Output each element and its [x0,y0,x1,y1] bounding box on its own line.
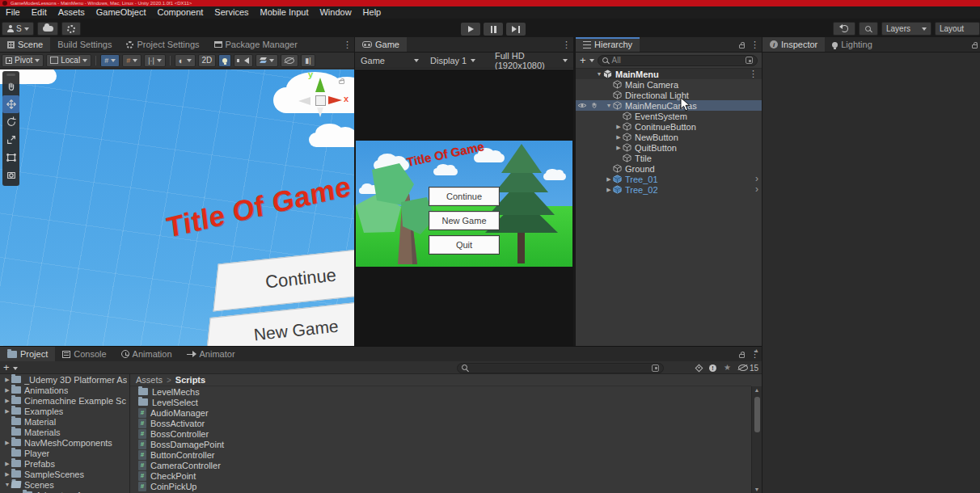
search-by-label-icon[interactable] [695,364,703,372]
shading-mode-dropdown[interactable]: ◐ [175,54,196,67]
project-folder-item[interactable]: ▶ Animations [0,385,129,395]
tab-project-settings[interactable]: Project Settings [119,37,206,52]
hierarchy-item[interactable]: Ttile [576,153,762,163]
grid-visibility-toggle[interactable]: # [122,54,142,67]
drag-handle[interactable] [2,71,19,78]
scale-tool-button[interactable] [2,131,19,149]
expander-icon[interactable]: ▶ [3,377,11,383]
hierarchy-item[interactable]: ▼ MainMenu ⋮ [576,69,762,79]
rotate-tool-button[interactable] [2,113,19,131]
tab-console[interactable]: Console [55,347,113,361]
menu-item[interactable]: Edit [26,6,53,19]
layers-dropdown[interactable]: Layers [881,22,931,36]
eye-icon[interactable] [577,101,587,111]
lock-icon[interactable] [739,354,745,358]
expander-icon[interactable]: ▶ [615,145,623,151]
expander-icon[interactable]: ▼ [605,103,613,108]
hierarchy-item[interactable]: ▶ Tree_01 › [576,174,762,184]
scroll-down-arrow[interactable]: ▼ [752,487,762,492]
tab-inspector[interactable]: i Inspector [762,37,825,52]
project-folder-item[interactable]: ▶ _Udemy 3D Platformer As [0,374,129,385]
row-visibility-toggles[interactable] [577,101,598,111]
create-asset-button[interactable]: + [3,362,10,373]
chevron-down-icon[interactable] [13,367,18,370]
tab-build-settings[interactable]: Build Settings [50,37,119,52]
hierarchy-item[interactable]: Ground [576,163,762,174]
expander-icon[interactable]: ▶ [605,187,613,193]
menu-item[interactable]: Component [151,6,209,19]
favorites-icon[interactable]: ★ [724,364,731,372]
hierarchy-search-input[interactable]: All [598,55,758,66]
hierarchy-item[interactable]: ▶ QuitButton [576,142,762,153]
project-file-item[interactable]: # BossController [130,428,751,439]
hierarchy-item[interactable]: Main Camera [576,79,762,90]
search-filter-icon[interactable] [746,57,753,64]
tab-package-manager[interactable]: Package Manager [207,37,305,52]
cloud-services-button[interactable] [37,22,58,36]
2d-toggle[interactable]: 2D [198,54,217,67]
project-file-item[interactable]: # CoinPickUp [130,481,751,491]
project-file-item[interactable]: # BossActivator [130,418,751,428]
expander-icon[interactable]: ▶ [605,176,613,183]
create-button[interactable]: + [580,55,586,65]
project-folder-item[interactable]: ▶ SampleScenes [0,469,129,479]
scene-lighting-toggle[interactable] [218,54,231,67]
game-menu-button[interactable]: Continue [429,187,500,206]
menu-item[interactable]: Mobile Input [255,6,315,19]
undo-history-button[interactable] [833,22,855,36]
pane-menu-icon[interactable]: ⋮ [750,40,759,49]
item-menu-icon[interactable]: ⋮ [749,69,758,79]
project-folder-item[interactable]: ▼ Scenes [0,479,129,490]
tab-lighting[interactable]: Lighting [825,37,880,52]
project-file-item[interactable]: # CameraController [130,460,751,470]
project-folder-item[interactable]: AdventureAve [0,490,129,493]
project-folder-item[interactable]: Player [0,448,129,458]
project-file-item[interactable]: # ButtonController [130,449,751,460]
pane-menu-icon[interactable]: ⋮ [343,40,352,49]
expander-icon[interactable]: ▶ [3,387,11,394]
axis-y-arrow[interactable] [315,78,325,92]
hidden-objects-toggle[interactable] [281,54,298,67]
hierarchy-item[interactable]: Directional Light [576,90,762,100]
expander-icon[interactable]: ▼ [3,482,11,487]
move-gizmo[interactable]: y x [295,76,345,123]
menu-item[interactable]: Help [357,6,387,19]
breadcrumb-root[interactable]: Assets [136,375,163,385]
effects-dropdown[interactable] [256,54,278,67]
expander-icon[interactable]: ▶ [3,471,11,478]
rect-tool-button[interactable] [2,149,19,166]
hierarchy-item[interactable]: ▶ NewButton [576,132,762,142]
expander-icon[interactable]: ▶ [3,398,11,404]
hierarchy-item[interactable]: ▼ MainMenuCanvas [576,100,762,111]
importance-filter-icon[interactable]: ! [709,364,716,372]
game-camera-dropdown[interactable]: Game [355,53,425,68]
camera-view-dropdown[interactable]: ▮| [301,54,315,67]
display-dropdown[interactable]: Display 1 [425,53,489,68]
project-search-input[interactable] [457,363,664,373]
search-button[interactable] [859,22,878,36]
search-filter-icon[interactable] [652,364,659,372]
project-file-item[interactable]: LevelSelect [130,397,751,407]
project-file-item[interactable]: # AudioManager [130,407,751,418]
tab-animation[interactable]: Animation [114,347,180,361]
project-folder-item[interactable]: Materials [0,427,129,437]
project-folder-item[interactable]: ▶ Examples [0,406,129,416]
expander-icon[interactable]: ▼ [595,71,603,77]
tab-project[interactable]: Project [0,347,55,361]
pivot-dropdown[interactable]: Pivot [2,54,44,67]
game-menu-button[interactable]: New Game [429,211,500,230]
expander-icon[interactable]: ▶ [3,461,11,467]
hidden-count-toggle[interactable]: 15 [738,364,758,373]
hand-tool-button[interactable] [2,78,19,95]
files-scrollbar-thumb[interactable] [754,397,760,432]
hierarchy-item[interactable]: ▶ Tree_02 › [576,184,762,195]
game-viewport[interactable]: Title Of Game ContinueNew GameQuit [355,70,573,346]
snap-increment-dropdown[interactable]: |·| [144,54,166,67]
expander-icon[interactable]: ▶ [615,124,623,130]
scene-audio-toggle[interactable] [234,54,253,67]
project-file-item[interactable]: # BossDamagePoint [130,439,751,449]
pick-hand-icon[interactable] [590,101,598,111]
scroll-up-arrow[interactable]: ▲ [752,387,762,393]
play-button[interactable] [461,23,480,36]
expander-icon[interactable]: ▶ [615,134,623,141]
